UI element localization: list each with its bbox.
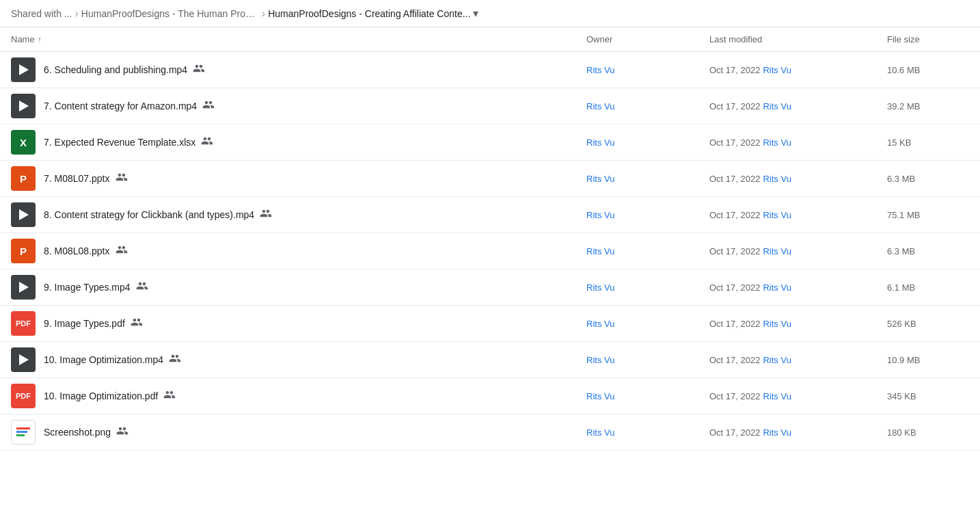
breadcrumb-item-2[interactable]: HumanProofDesigns - The Human Proof Meth… (81, 8, 259, 19)
file-label: 7. Content strategy for Amazon.mp4 (44, 98, 215, 114)
modified-by[interactable]: Rits Vu (763, 210, 791, 220)
size-cell: 526 KB (887, 319, 969, 329)
modified-date: Oct 17, 2022 (709, 282, 760, 293)
file-name-cell: P 8. M08L08.pptx (11, 239, 586, 263)
table-row[interactable]: 6. Scheduling and publishing.mp4 Rits Vu… (0, 52, 980, 88)
shared-icon (202, 98, 215, 114)
modified-by[interactable]: Rits Vu (763, 282, 791, 293)
file-name-cell: PDF 10. Image Optimization.pdf (11, 384, 586, 408)
file-label: 7. M08L07.pptx (44, 171, 128, 186)
owner-cell[interactable]: Rits Vu (586, 355, 709, 365)
breadcrumb-item-1[interactable]: Shared with ... (11, 8, 72, 19)
modified-cell: Oct 17, 2022 Rits Vu (709, 282, 887, 293)
modified-by[interactable]: Rits Vu (763, 174, 791, 184)
modified-date: Oct 17, 2022 (709, 319, 760, 329)
table-row[interactable]: P 7. M08L07.pptx Rits Vu Oct 17, 2022 Ri… (0, 161, 980, 197)
owner-cell[interactable]: Rits Vu (586, 319, 709, 329)
file-name-cell: P 7. M08L07.pptx (11, 166, 586, 191)
table-row[interactable]: 9. Image Types.mp4 Rits Vu Oct 17, 2022 … (0, 269, 980, 306)
modified-by[interactable]: Rits Vu (763, 246, 791, 256)
file-label: 9. Image Types.pdf (44, 316, 143, 331)
shared-icon (163, 388, 176, 403)
file-label: 9. Image Types.mp4 (44, 280, 148, 295)
owner-cell[interactable]: Rits Vu (586, 137, 709, 148)
shared-icon (201, 135, 213, 150)
breadcrumb: Shared with ... › HumanProofDesigns - Th… (0, 0, 980, 27)
modified-cell: Oct 17, 2022 Rits Vu (709, 137, 887, 148)
breadcrumb-current: HumanProofDesigns - Creating Affiliate C… (268, 8, 470, 19)
owner-cell[interactable]: Rits Vu (586, 246, 709, 256)
modified-by[interactable]: Rits Vu (763, 65, 791, 75)
shared-icon (116, 425, 128, 440)
owner-cell[interactable]: Rits Vu (586, 282, 709, 293)
column-last-modified[interactable]: Last modified (709, 34, 887, 44)
pdf-icon: PDF (11, 384, 36, 408)
modified-by[interactable]: Rits Vu (763, 319, 791, 329)
file-label: 8. M08L08.pptx (44, 243, 128, 259)
file-name-cell: 10. Image Optimization.mp4 (11, 347, 586, 372)
table-row[interactable]: X 7. Expected Revenue Template.xlsx Rits… (0, 124, 980, 161)
file-name-text: 7. Content strategy for Amazon.mp4 (44, 101, 197, 111)
file-name-text: 10. Image Optimization.pdf (44, 390, 158, 401)
table-row[interactable]: PDF 10. Image Optimization.pdf Rits Vu O… (0, 378, 980, 414)
table-row[interactable]: Screenshot.png Rits Vu Oct 17, 2022 Rits… (0, 414, 980, 451)
file-label: 10. Image Optimization.mp4 (44, 352, 181, 367)
file-label: 7. Expected Revenue Template.xlsx (44, 135, 213, 150)
column-name[interactable]: Name ↑ (11, 34, 586, 44)
owner-cell[interactable]: Rits Vu (586, 391, 709, 401)
breadcrumb-dropdown-icon[interactable]: ▾ (473, 7, 478, 20)
size-cell: 10.9 MB (887, 355, 969, 365)
file-name-text: 6. Scheduling and publishing.mp4 (44, 64, 187, 75)
modified-cell: Oct 17, 2022 Rits Vu (709, 101, 887, 111)
table-row[interactable]: 10. Image Optimization.mp4 Rits Vu Oct 1… (0, 342, 980, 378)
table-row[interactable]: 8. Content strategy for Clickbank (and t… (0, 197, 980, 233)
breadcrumb-separator-2: › (262, 8, 265, 20)
modified-date: Oct 17, 2022 (709, 246, 760, 256)
table-row[interactable]: P 8. M08L08.pptx Rits Vu Oct 17, 2022 Ri… (0, 233, 980, 269)
column-file-size[interactable]: File size (887, 34, 969, 44)
modified-date: Oct 17, 2022 (709, 427, 760, 438)
owner-cell[interactable]: Rits Vu (586, 210, 709, 220)
modified-by[interactable]: Rits Vu (763, 355, 791, 365)
modified-by[interactable]: Rits Vu (763, 427, 791, 438)
size-cell: 75.1 MB (887, 210, 969, 220)
pdf-icon: PDF (11, 311, 36, 336)
file-name-cell: PDF 9. Image Types.pdf (11, 311, 586, 336)
file-name-cell: 6. Scheduling and publishing.mp4 (11, 57, 586, 82)
size-cell: 6.3 MB (887, 246, 969, 256)
file-name-cell: Screenshot.png (11, 420, 586, 445)
file-name-text: 9. Image Types.pdf (44, 318, 125, 329)
file-name-text: 10. Image Optimization.mp4 (44, 354, 163, 365)
modified-by[interactable]: Rits Vu (763, 101, 791, 111)
owner-cell[interactable]: Rits Vu (586, 65, 709, 75)
file-name-text: 7. M08L07.pptx (44, 173, 110, 184)
modified-cell: Oct 17, 2022 Rits Vu (709, 391, 887, 401)
owner-cell[interactable]: Rits Vu (586, 101, 709, 111)
size-cell: 10.6 MB (887, 65, 969, 75)
file-name-text: Screenshot.png (44, 427, 111, 438)
modified-cell: Oct 17, 2022 Rits Vu (709, 427, 887, 438)
column-owner[interactable]: Owner (586, 34, 709, 44)
modified-by[interactable]: Rits Vu (763, 391, 791, 401)
modified-date: Oct 17, 2022 (709, 101, 760, 111)
sort-ascending-icon: ↑ (38, 35, 42, 44)
file-label: 10. Image Optimization.pdf (44, 388, 176, 403)
file-list: 6. Scheduling and publishing.mp4 Rits Vu… (0, 52, 980, 451)
size-cell: 6.3 MB (887, 174, 969, 184)
owner-cell[interactable]: Rits Vu (586, 174, 709, 184)
modified-date: Oct 17, 2022 (709, 355, 760, 365)
file-name-cell: 8. Content strategy for Clickbank (and t… (11, 202, 586, 227)
owner-cell[interactable]: Rits Vu (586, 427, 709, 438)
modified-cell: Oct 17, 2022 Rits Vu (709, 174, 887, 184)
file-name-cell: 9. Image Types.mp4 (11, 275, 586, 300)
shared-icon (169, 352, 181, 367)
modified-cell: Oct 17, 2022 Rits Vu (709, 246, 887, 256)
file-label: 6. Scheduling and publishing.mp4 (44, 62, 205, 77)
video-icon (11, 275, 36, 300)
modified-by[interactable]: Rits Vu (763, 137, 791, 148)
table-row[interactable]: PDF 9. Image Types.pdf Rits Vu Oct 17, 2… (0, 306, 980, 342)
shared-icon (193, 62, 205, 77)
table-row[interactable]: 7. Content strategy for Amazon.mp4 Rits … (0, 88, 980, 124)
modified-date: Oct 17, 2022 (709, 137, 760, 148)
file-label: 8. Content strategy for Clickbank (and t… (44, 207, 272, 222)
